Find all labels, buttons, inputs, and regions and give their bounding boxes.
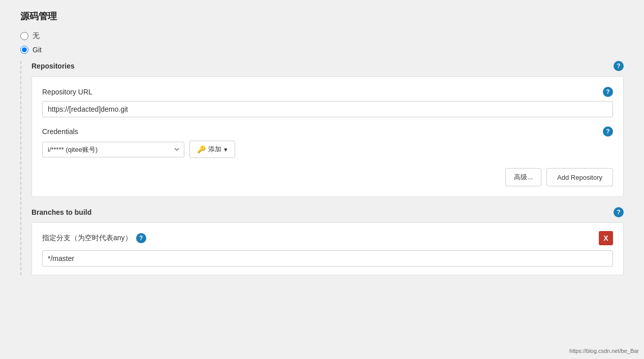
page-title: 源码管理 xyxy=(20,10,624,22)
credentials-help-icon[interactable]: ? xyxy=(603,126,613,137)
git-section: Repositories ? Repository URL ? Credenti… xyxy=(20,61,624,275)
source-control-radio-group: 无 Git xyxy=(20,31,624,54)
branch-specifier-header: 指定分支（为空时代表any） ? X xyxy=(42,231,613,245)
credentials-label: Credentials xyxy=(42,127,78,136)
radio-none-input[interactable] xyxy=(20,32,28,40)
branches-header: Branches to build ? xyxy=(31,207,624,217)
repo-url-input[interactable] xyxy=(42,101,613,117)
repositories-help-icon[interactable]: ? xyxy=(614,61,624,71)
repositories-card: Repository URL ? Credentials ? i/***** (… xyxy=(31,76,624,197)
branch-specifier-label: 指定分支（为空时代表any） xyxy=(42,234,132,243)
repo-url-help-icon[interactable]: ? xyxy=(603,87,613,97)
credentials-header: Credentials ? xyxy=(42,126,613,137)
key-icon: 🔑 xyxy=(197,145,206,153)
repo-url-header: Repository URL ? xyxy=(42,87,613,97)
add-credentials-label: 添加 xyxy=(208,145,221,154)
branch-specifier-input[interactable] xyxy=(42,250,613,267)
advanced-button[interactable]: 高级... xyxy=(505,168,541,186)
footer-url: https://blog.csdn.net/be_Bar xyxy=(569,348,639,354)
add-credentials-button[interactable]: 🔑 添加 ▾ xyxy=(189,141,235,158)
credentials-row: i/***** (qitee账号) 🔑 添加 ▾ xyxy=(42,141,613,158)
add-repository-button[interactable]: Add Repository xyxy=(546,168,613,186)
radio-git[interactable]: Git xyxy=(20,46,624,54)
branches-card: 指定分支（为空时代表any） ? X xyxy=(31,222,624,275)
branch-specifier-help-icon[interactable]: ? xyxy=(136,233,146,243)
remove-branch-button[interactable]: X xyxy=(599,231,613,245)
repo-action-buttons: 高级... Add Repository xyxy=(42,168,613,186)
radio-git-input[interactable] xyxy=(20,46,28,54)
radio-git-label: Git xyxy=(33,46,42,54)
repositories-label: Repositories xyxy=(31,62,75,70)
credentials-dropdown[interactable]: i/***** (qitee账号) xyxy=(42,142,184,157)
repo-url-label: Repository URL xyxy=(42,88,92,96)
radio-none-label: 无 xyxy=(33,31,40,41)
add-credentials-chevron: ▾ xyxy=(224,146,228,153)
repositories-header: Repositories ? xyxy=(31,61,624,71)
branches-help-icon[interactable]: ? xyxy=(614,207,624,217)
radio-none[interactable]: 无 xyxy=(20,31,624,41)
branches-section: Branches to build ? 指定分支（为空时代表any） ? X xyxy=(31,207,624,275)
branches-label: Branches to build xyxy=(31,208,91,216)
